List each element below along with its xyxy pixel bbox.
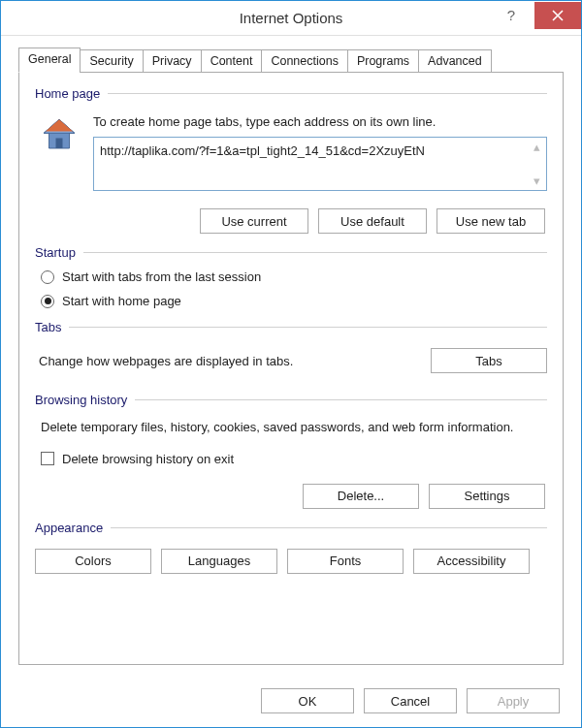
startup-radio-home[interactable]: Start with home page <box>41 294 547 308</box>
startup-label-text: Startup <box>35 245 76 260</box>
use-default-button[interactable]: Use default <box>318 208 427 234</box>
tabs-label-text: Tabs <box>35 320 61 334</box>
homepage-group-label: Home page <box>35 86 547 101</box>
history-desc: Delete temporary files, history, cookies… <box>41 419 541 436</box>
svg-marker-3 <box>46 119 73 131</box>
homepage-text-col: To create home page tabs, type each addr… <box>93 114 547 191</box>
checkbox-icon <box>41 452 54 465</box>
use-new-tab-button[interactable]: Use new tab <box>436 208 545 234</box>
startup-radio-home-label: Start with home page <box>62 294 181 308</box>
colors-button[interactable]: Colors <box>35 549 151 574</box>
history-label-text: Browsing history <box>35 393 127 407</box>
dialog-button-row: OK Cancel Apply <box>1 677 581 727</box>
history-checkbox-label: Delete browsing history on exit <box>62 452 234 466</box>
tab-general[interactable]: General <box>18 47 81 73</box>
fonts-button[interactable]: Fonts <box>287 549 404 574</box>
home-icon <box>39 114 80 155</box>
history-btn-row: Delete... Settings <box>35 484 547 509</box>
tab-programs[interactable]: Programs <box>347 49 419 73</box>
tabs-button[interactable]: Tabs <box>431 348 547 373</box>
svg-rect-1 <box>56 139 63 149</box>
tabs-group-label: Tabs <box>35 320 547 334</box>
content-area: General Security Privacy Content Connect… <box>1 36 581 677</box>
close-button[interactable] <box>534 2 581 29</box>
history-group-label: Browsing history <box>35 393 547 407</box>
internet-options-dialog: Internet Options ? General Security Priv… <box>0 0 582 728</box>
tabs-desc: Change how webpages are displayed in tab… <box>39 354 431 368</box>
homepage-desc: To create home page tabs, type each addr… <box>93 114 547 129</box>
radio-icon <box>41 270 54 284</box>
appearance-label-text: Appearance <box>35 521 103 535</box>
history-delete-on-exit[interactable]: Delete browsing history on exit <box>41 452 547 466</box>
startup-radio-last-label: Start with tabs from the last session <box>62 269 261 284</box>
homepage-url-value: http://taplika.com/?f=1&a=tpl_tight2_14_… <box>100 143 540 158</box>
ok-button[interactable]: OK <box>261 688 354 713</box>
radio-icon-selected <box>41 295 54 308</box>
delete-button[interactable]: Delete... <box>303 484 419 509</box>
appearance-group-label: Appearance <box>35 521 547 535</box>
languages-button[interactable]: Languages <box>161 549 277 574</box>
titlebar: Internet Options ? <box>1 1 581 36</box>
close-icon <box>552 10 564 21</box>
homepage-label-text: Home page <box>35 86 100 101</box>
appearance-row: Colors Languages Fonts Accessibility <box>35 549 547 574</box>
startup-radio-last[interactable]: Start with tabs from the last session <box>41 269 547 284</box>
scrollbar-ghost: ▴▾ <box>529 140 544 188</box>
tab-strip: General Security Privacy Content Connect… <box>18 49 564 73</box>
dialog-title: Internet Options <box>94 10 488 26</box>
general-panel: Home page To create home page tabs, type… <box>18 72 564 665</box>
cancel-button[interactable]: Cancel <box>364 688 457 713</box>
startup-group-label: Startup <box>35 245 547 260</box>
tabs-action-row: Change how webpages are displayed in tab… <box>39 348 547 373</box>
tab-connections[interactable]: Connections <box>261 49 348 73</box>
tab-advanced[interactable]: Advanced <box>418 49 492 73</box>
use-current-button[interactable]: Use current <box>200 208 308 234</box>
homepage-btn-row: Use current Use default Use new tab <box>35 208 547 234</box>
apply-button[interactable]: Apply <box>467 688 560 713</box>
accessibility-button[interactable]: Accessibility <box>413 549 530 574</box>
settings-button[interactable]: Settings <box>429 484 545 509</box>
help-button[interactable]: ? <box>488 2 534 29</box>
tab-content[interactable]: Content <box>201 49 263 73</box>
tab-security[interactable]: Security <box>80 49 143 73</box>
homepage-row: To create home page tabs, type each addr… <box>39 114 547 191</box>
homepage-url-input[interactable]: http://taplika.com/?f=1&a=tpl_tight2_14_… <box>93 137 547 191</box>
tab-privacy[interactable]: Privacy <box>143 49 202 73</box>
